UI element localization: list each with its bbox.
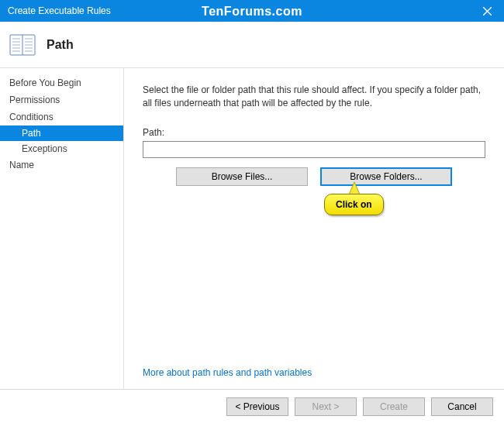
book-icon [9,33,36,57]
nav-before-you-begin[interactable]: Before You Begin [0,74,123,91]
nav-conditions-path[interactable]: Path [0,126,123,141]
page-title: Path [47,38,74,52]
wizard-content: Select the file or folder path that this… [124,68,504,389]
path-input[interactable] [143,141,485,158]
wizard-header: Path [0,22,504,68]
cancel-button[interactable]: Cancel [431,397,493,416]
path-label: Path: [143,127,485,138]
wizard-nav: Before You Begin Permissions Conditions … [0,68,124,389]
window-title: Create Executable Rules [8,5,111,16]
nav-permissions[interactable]: Permissions [0,91,123,108]
browse-folders-button[interactable]: Browse Folders... [320,167,452,186]
close-icon [483,7,492,15]
wizard-footer: < Previous Next > Create Cancel [0,389,504,423]
titlebar: Create Executable Rules [0,0,504,22]
create-button: Create [363,397,425,416]
next-button: Next > [295,397,357,416]
instruction-text: Select the file or folder path that this… [143,84,485,110]
close-button[interactable] [470,0,504,22]
previous-button[interactable]: < Previous [226,397,288,416]
more-about-link[interactable]: More about path rules and path variables [143,367,485,378]
nav-name[interactable]: Name [0,156,123,174]
nav-conditions[interactable]: Conditions [0,108,123,126]
browse-files-button[interactable]: Browse Files... [176,167,308,186]
nav-conditions-exceptions[interactable]: Exceptions [0,141,123,156]
